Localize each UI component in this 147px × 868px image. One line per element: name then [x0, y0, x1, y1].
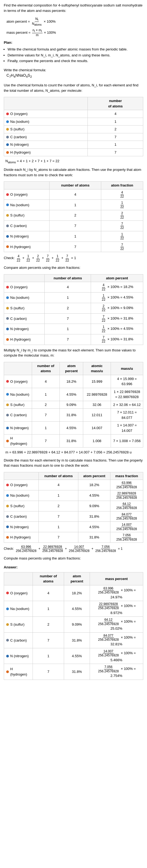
col-num-atoms-6: number of atoms: [33, 572, 64, 585]
element-label: N (nitrogen): [4, 141, 88, 149]
atom-fraction-val: 722: [101, 221, 143, 231]
element-label: C (carbon): [4, 221, 49, 231]
mass-u-val: 4 × 15.999 = 63.996: [111, 375, 143, 388]
table-row: N (nitrogen) 1 4.55% 14.007256.24576928 …: [4, 648, 143, 664]
atomic-mass-val: 15.999: [83, 375, 111, 388]
col-num-atoms-2: number of atoms: [49, 182, 101, 189]
col-element-2: [4, 182, 49, 189]
plan-section: Plan: Write the chemical formula and gat…: [4, 40, 143, 64]
col-num-atoms: numberof atoms: [88, 97, 143, 110]
mass-percent-formula: mass percent = ni × mi m × 100%: [6, 28, 143, 37]
element-label: C (carbon): [4, 409, 32, 422]
element-label: H (hydrogen): [4, 435, 32, 447]
atom-count: 7: [88, 149, 143, 156]
atom-fraction-val: 722: [101, 242, 143, 252]
atom-percent-val: 422 × 100% = 18.2%: [91, 282, 143, 292]
element-label: N (nitrogen): [4, 648, 33, 664]
atom-count: 1: [88, 141, 143, 149]
atomic-mass-val: 1.008: [83, 435, 111, 447]
table-row: O (oxygen) 4 18.2% 15.999 4 × 15.999 = 6…: [4, 375, 143, 388]
mass-fraction-val: 84.077256.24576928: [110, 511, 143, 522]
atom-count-4: 2: [32, 401, 60, 409]
table-row: H (hydrogen) 7 31.8% 7.056256.24576928: [4, 532, 143, 543]
mass-percent-val: 63.996256.24576928 × 100% = 24.97%: [90, 585, 143, 601]
atom-percent-val: 122 × 100% = 4.55%: [91, 324, 143, 334]
atom-count-6: 7: [33, 632, 64, 648]
table-row: C (carbon) 7 31.8% 12.011 7 × 12.011 = 8…: [4, 409, 143, 422]
mass-percent-val: 7.056256.24576928 × 100% = 2.754%: [90, 664, 143, 680]
element-label: Na (sodium): [4, 292, 45, 303]
answer-table: number of atoms atom percent mass percen…: [4, 572, 143, 680]
atom-fraction-val: 422: [101, 189, 143, 200]
answer-label: Answer:: [4, 565, 143, 570]
mass-percent-val: 84.077256.24576928 × 100% = 32.81%: [90, 632, 143, 648]
element-label: Na (sodium): [4, 388, 32, 401]
table-row: H (hydrogen) 7: [4, 149, 143, 156]
element-label: O (oxygen): [4, 282, 45, 292]
col-element-4: [4, 362, 32, 375]
atom-count-5: 7: [39, 511, 78, 522]
col-atom-percent-5: atom percent: [78, 472, 110, 480]
atom-count-4: 1: [32, 422, 60, 435]
atom-count-5: 1: [39, 522, 78, 532]
atom-percent-table: number of atoms atom percent O (oxygen) …: [4, 274, 143, 345]
table-row: O (oxygen) 4: [4, 110, 143, 118]
atom-count-2: 1: [49, 200, 101, 210]
atom-percent-6: 31.8%: [64, 632, 90, 648]
mass-percent-val: 14.007256.24576928 × 100% = 5.466%: [90, 648, 143, 664]
table-row: O (oxygen) 4 422 × 100% = 18.2%: [4, 282, 143, 292]
atom-percent-val: 122 × 100% = 4.55%: [91, 292, 143, 303]
atom-percent-4: 9.09%: [60, 401, 83, 409]
table-row: S (sulfur) 2: [4, 125, 143, 133]
chemical-formula: C7H4NNaO4S2: [6, 72, 143, 79]
atom-fraction-val: 122: [101, 200, 143, 210]
element-label: N (nitrogen): [4, 324, 45, 334]
element-label: O (oxygen): [4, 189, 49, 200]
element-label: N (nitrogen): [4, 422, 32, 435]
plan-item-2: Determine values for N_i, m_i, N_atoms, …: [7, 53, 143, 58]
atom-count-4: 7: [32, 435, 60, 447]
plan-header: Plan:: [4, 40, 143, 45]
element-label: H (hydrogen): [4, 334, 45, 345]
table-row: Na (sodium) 1 4.55% 22.98976928256.24576…: [4, 490, 143, 501]
element-label: Na (sodium): [4, 118, 88, 125]
table-row: Na (sodium) 1 122 × 100% = 4.55%: [4, 292, 143, 303]
intro-text: Find the elemental composition for 4-sul…: [4, 3, 143, 13]
atom-percent-4: 31.8%: [60, 409, 83, 422]
table-row: S (sulfur) 2 222 × 100% = 9.09%: [4, 303, 143, 313]
atom-count-3: 2: [45, 303, 91, 313]
element-label: O (oxygen): [4, 110, 88, 118]
element-label: S (sulfur): [4, 401, 32, 409]
atomic-mass-val: 12.011: [83, 409, 111, 422]
mass-fraction-table: number of atoms atom percent mass fracti…: [4, 472, 143, 543]
table-row: S (sulfur) 2 9.09% 64.12256.24576928 × 1…: [4, 617, 143, 632]
title-text: Find the elemental composition for 4-sul…: [4, 3, 142, 13]
mass-u-val: 1 × 14.007 = 14.007: [111, 422, 143, 435]
atom-percent-5: 31.8%: [78, 532, 110, 543]
plan-item-1: Write the chemical formula and gather at…: [7, 47, 143, 52]
atom-count-2: 7: [49, 221, 101, 231]
element-label: Na (sodium): [4, 490, 39, 501]
element-label: C (carbon): [4, 133, 88, 141]
col-mass-percent: mass percent: [90, 572, 143, 585]
col-element-6: [4, 572, 33, 585]
col-element-5: [4, 472, 39, 480]
element-label: S (sulfur): [4, 617, 33, 632]
atom-fraction-val: 122: [101, 231, 143, 242]
element-label: H (hydrogen): [4, 242, 49, 252]
col-atom-percent-6: atom percent: [64, 572, 90, 585]
atomic-mass-val: 14.007: [83, 422, 111, 435]
atom-count-3: 1: [45, 324, 91, 334]
col-atom-percent-4: atom percent: [60, 362, 83, 375]
mass-u-val: 7 × 12.011 = 84.077: [111, 409, 143, 422]
element-label: O (oxygen): [4, 585, 33, 601]
atom-count-3: 4: [45, 282, 91, 292]
table-row: Na (sodium) 1 4.55% 22.98976928 1 × 22.9…: [4, 388, 143, 401]
element-label: N (nitrogen): [4, 231, 49, 242]
atom-count-6: 4: [33, 585, 64, 601]
table-row: H (hydrogen) 7 722: [4, 242, 143, 252]
element-label: H (hydrogen): [4, 532, 39, 543]
atomic-mass-val: 32.06: [83, 401, 111, 409]
atom-count-4: 7: [32, 409, 60, 422]
element-label: C (carbon): [4, 313, 45, 324]
